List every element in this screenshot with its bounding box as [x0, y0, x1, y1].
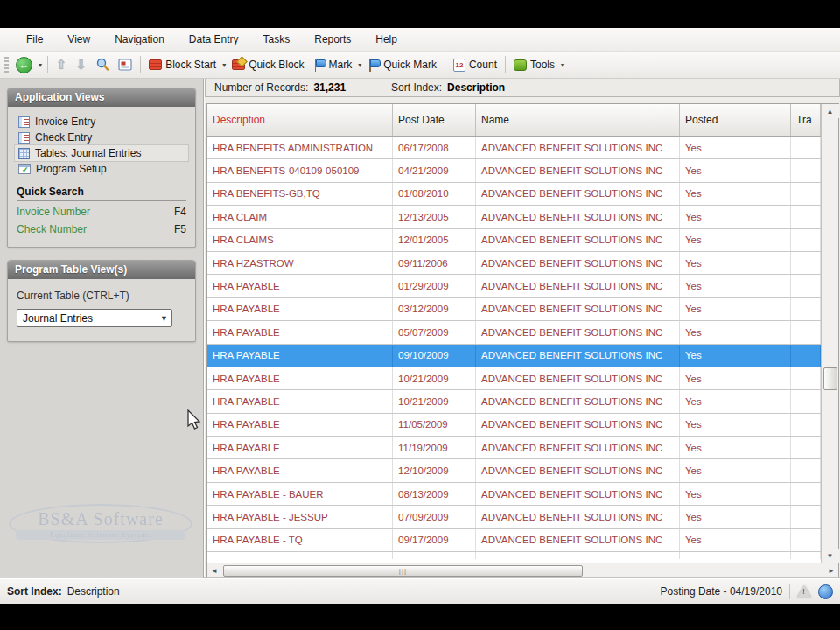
table-row[interactable]: HRA PAYABLE10/21/2009ADVANCED BENEFIT SO…: [207, 368, 821, 390]
sidebar-item-program-setup[interactable]: Program Setup: [15, 161, 188, 177]
quick-mark-button[interactable]: Quick Mark: [363, 56, 441, 74]
menu-data-entry[interactable]: Data Entry: [177, 29, 251, 50]
column-header-description[interactable]: Description: [207, 104, 393, 136]
table-cell: [680, 552, 791, 559]
count-button[interactable]: 12 Count: [449, 56, 501, 74]
table-cell: ADVANCED BENEFIT SOLUTIONS INC: [476, 229, 680, 251]
table-cell: HRA BENEFITS-GB,TQ: [207, 183, 393, 205]
mark-label: Mark: [329, 59, 353, 71]
mark-caret[interactable]: ▾: [356, 61, 363, 69]
menu-view[interactable]: View: [55, 29, 102, 50]
table-cell: ADVANCED BENEFIT SOLUTIONS INC: [476, 183, 680, 205]
table-row[interactable]: HRA PAYABLE - BAUER08/13/2009ADVANCED BE…: [207, 483, 821, 506]
vertical-scroll-track[interactable]: [822, 118, 838, 549]
table-row[interactable]: HRA CLAIMS12/01/2005ADVANCED BENEFIT SOL…: [207, 229, 821, 252]
table-row[interactable]: HRA PAYABLE01/29/2009ADVANCED BENEFIT SO…: [207, 275, 821, 298]
column-header-posted[interactable]: Posted: [680, 104, 791, 136]
status-sort-label: Sort Index:: [7, 585, 62, 598]
warning-icon[interactable]: [797, 585, 811, 598]
mark-button[interactable]: Mark: [309, 56, 357, 74]
block-start-caret[interactable]: ▾: [220, 61, 228, 69]
sidebar-item-check-entry[interactable]: Check Entry: [15, 130, 188, 145]
nav-up-button[interactable]: ⇧: [52, 54, 72, 75]
table-row[interactable]: HRA PAYABLE03/12/2009ADVANCED BENEFIT SO…: [207, 298, 821, 321]
table-row[interactable]: HRA PAYABLE - TQ09/17/2009ADVANCED BENEF…: [207, 529, 821, 552]
search-button[interactable]: [91, 55, 114, 74]
form-icon: [18, 132, 30, 144]
back-dropdown-caret[interactable]: ▾: [37, 61, 44, 69]
table-row[interactable]: HRA CLAIM12/13/2005ADVANCED BENEFIT SOLU…: [207, 206, 821, 228]
quick-search-check-number[interactable]: Check Number F5: [15, 220, 188, 238]
menu-reports[interactable]: Reports: [302, 29, 363, 50]
column-header-tra[interactable]: Tra: [791, 104, 821, 136]
tools-button[interactable]: Tools: [509, 56, 559, 74]
back-icon: ←: [16, 57, 32, 74]
current-table-dropdown[interactable]: Journal Entries ▼: [17, 309, 172, 327]
table-cell: ADVANCED BENEFIT SOLUTIONS INC: [476, 390, 680, 412]
program-table-views-panel: Program Table View(s) Current Table (CTR…: [7, 260, 196, 342]
table-cell: [791, 275, 821, 297]
block-start-button[interactable]: Block Start: [144, 56, 220, 74]
toolbar-grip[interactable]: [4, 57, 9, 73]
column-header-name[interactable]: Name: [476, 104, 680, 136]
preview-button[interactable]: [114, 56, 136, 74]
table-row[interactable]: HRA PAYABLE10/21/2009ADVANCED BENEFIT SO…: [207, 390, 821, 413]
table-cell: [476, 552, 680, 559]
nav-down-button[interactable]: ⇩: [72, 54, 92, 75]
table-cell: HRA HZASTROW: [207, 252, 393, 274]
table-cell: HRA BENEFITS ADMINISTRATION: [207, 136, 393, 158]
table-row[interactable]: HRA HZASTROW09/11/2006ADVANCED BENEFIT S…: [207, 252, 821, 275]
mouse-cursor: [186, 410, 202, 432]
table-row[interactable]: HRA PAYABLE12/10/2009ADVANCED BENEFIT SO…: [207, 459, 821, 482]
scroll-down-button[interactable]: ▼: [822, 549, 839, 563]
menu-file[interactable]: File: [14, 29, 55, 50]
invoice-number-link[interactable]: Invoice Number: [17, 206, 90, 218]
scroll-up-button[interactable]: ▲: [822, 104, 839, 118]
vertical-scroll-thumb[interactable]: [823, 368, 837, 390]
quick-search-invoice-number[interactable]: Invoice Number F4: [15, 203, 188, 220]
table-row[interactable]: HRA PAYABLE11/05/2009ADVANCED BENEFIT SO…: [207, 414, 821, 437]
sidebar-item-invoice-entry[interactable]: Invoice Entry: [15, 114, 188, 130]
sidebar-item-label: Program Setup: [36, 163, 107, 175]
table-row[interactable]: HRA PAYABLE11/19/2009ADVANCED BENEFIT SO…: [207, 437, 821, 459]
table-cell: [791, 506, 821, 528]
globe-icon[interactable]: [818, 584, 833, 599]
table-cell: ADVANCED BENEFIT SOLUTIONS INC: [476, 252, 680, 274]
table-row[interactable]: HRA PAYABLE05/07/2009ADVANCED BENEFIT SO…: [207, 321, 821, 344]
menu-help[interactable]: Help: [363, 29, 410, 50]
menu-tasks[interactable]: Tasks: [251, 29, 303, 50]
current-table-value: Journal Entries: [18, 312, 157, 325]
table-cell: 01/08/2010: [393, 183, 476, 205]
table-row[interactable]: HRA BENEFITS-GB,TQ01/08/2010ADVANCED BEN…: [207, 183, 821, 206]
current-table-label: Current Table (CTRL+T): [17, 290, 186, 302]
table-cell: Yes: [680, 506, 791, 528]
count-label: Count: [469, 59, 497, 71]
tools-caret[interactable]: ▾: [559, 61, 566, 69]
table-header-row: Description Post Date Name Posted Tra: [207, 104, 821, 136]
quick-block-button[interactable]: Quick Block: [228, 56, 308, 74]
records-value: 31,231: [313, 81, 346, 94]
table-row[interactable]: HRA PAYABLE09/10/2009ADVANCED BENEFIT SO…: [207, 345, 821, 368]
vertical-scrollbar[interactable]: ▲ ▼: [821, 104, 838, 563]
table-cell: 09/10/2009: [393, 345, 476, 367]
table-row[interactable]: HRA PAYABLE - JESSUP07/09/2009ADVANCED B…: [207, 506, 821, 528]
application-views-header[interactable]: Application Views: [8, 88, 195, 107]
menu-navigation[interactable]: Navigation: [102, 29, 177, 50]
scroll-left-button[interactable]: ◄: [207, 564, 221, 578]
column-header-post-date[interactable]: Post Date: [393, 104, 476, 136]
scroll-right-button[interactable]: ►: [824, 564, 838, 578]
table-cell: Yes: [680, 437, 791, 458]
count-icon: 12: [453, 59, 466, 72]
print-preview-icon: [118, 59, 132, 72]
form-icon: [18, 116, 30, 128]
table-row[interactable]: HRA BENEFITS ADMINISTRATION06/17/2008ADV…: [207, 136, 821, 159]
scroll-grip-icon: |||: [399, 567, 407, 575]
table-cell: [791, 159, 821, 181]
check-number-link[interactable]: Check Number: [17, 223, 87, 235]
horizontal-scroll-thumb[interactable]: |||: [223, 565, 583, 577]
back-button[interactable]: ←: [11, 54, 37, 76]
program-table-views-header[interactable]: Program Table View(s): [8, 261, 195, 279]
table-row[interactable]: HRA BENEFITS-040109-05010904/21/2009ADVA…: [207, 159, 821, 182]
horizontal-scrollbar[interactable]: ◄ ||| ►: [207, 563, 838, 578]
sidebar-item-tables-journal-entries[interactable]: Tables: Journal Entries: [15, 145, 188, 161]
